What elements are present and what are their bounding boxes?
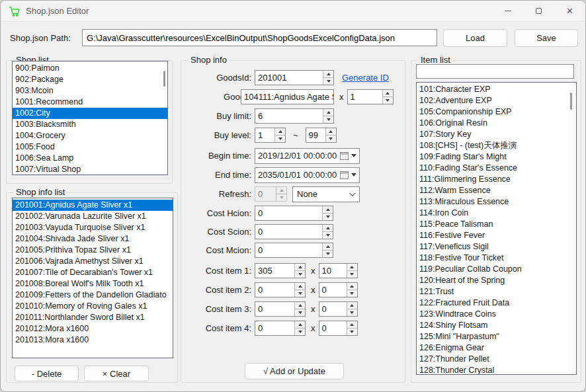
spin-up-button[interactable]: [347, 321, 357, 328]
refresh-mode-combobox[interactable]: None: [292, 186, 360, 202]
item-list-item[interactable]: 124:Shiny Flotsam: [417, 320, 576, 331]
shop-list-item[interactable]: 900:Paimon: [13, 63, 167, 74]
cost-item-4-id-spinner[interactable]: 0: [255, 321, 306, 336]
item-list-item[interactable]: 106:Original Resin: [417, 118, 576, 129]
shop-info-list-item[interactable]: 201005:Prithiva Topaz Sliver x1: [13, 245, 173, 256]
shop-list-item[interactable]: 1003:Blacksmith: [13, 119, 167, 130]
begin-time-picker[interactable]: 2019/12/01 00:00:00: [255, 148, 360, 164]
end-time-picker[interactable]: 2035/01/01 00:00:00: [255, 167, 360, 183]
item-list-item[interactable]: 110:Fading Star's Essence: [417, 163, 576, 174]
spin-down-button[interactable]: [347, 309, 357, 316]
save-button[interactable]: Save: [515, 29, 578, 47]
spin-down-button[interactable]: [323, 231, 333, 239]
item-listbox[interactable]: 101:Character EXP102:Adventure EXP105:Co…: [416, 82, 577, 375]
cost-item-1-count-spinner[interactable]: 10: [319, 263, 358, 278]
spin-up-button[interactable]: [326, 128, 336, 135]
shop-info-list-item[interactable]: 201004:Shivada Jade Sliver x1: [13, 233, 173, 245]
spin-down-button[interactable]: [275, 135, 285, 142]
spin-down-button[interactable]: [323, 250, 333, 257]
shop-list-item[interactable]: 1007:Virtual Shop: [13, 164, 167, 175]
spin-up-button[interactable]: [347, 302, 357, 309]
cost-scion-spinner[interactable]: 0: [255, 224, 333, 239]
item-list-item[interactable]: 108:[CHS] - (test)天体推演: [417, 140, 576, 151]
generate-id-link[interactable]: Generate ID: [342, 73, 389, 83]
spin-down-button[interactable]: [383, 97, 393, 104]
spin-up-button[interactable]: [295, 264, 305, 270]
item-list-item[interactable]: 101:Character EXP: [417, 84, 576, 95]
load-button[interactable]: Load: [443, 29, 507, 47]
spin-up-button[interactable]: [275, 128, 285, 135]
shop-info-list-item[interactable]: 201007:Tile of Decarabian's Tower x1: [13, 267, 173, 278]
shop-info-list-item[interactable]: 201006:Vajrada Amethyst Sliver x1: [13, 256, 173, 267]
shop-info-list-item[interactable]: 201003:Vayuda Turquoise Sliver x1: [13, 222, 173, 233]
clear-button[interactable]: × Clear: [84, 366, 149, 381]
shop-info-list-item[interactable]: 201011:Northlander Sword Billet x1: [13, 312, 173, 323]
shop-list-item[interactable]: 1004:Grocery: [13, 130, 167, 141]
cost-item-2-id-spinner[interactable]: 0: [255, 282, 306, 297]
item-list-item[interactable]: 125:Mini "Harpastum": [417, 331, 576, 342]
cost-item-1-id-spinner[interactable]: 305: [255, 263, 306, 278]
item-search-input[interactable]: [416, 64, 574, 79]
item-list-item[interactable]: 127:Thunder Pellet: [417, 354, 576, 365]
item-list-item[interactable]: 126:Enigma Gear: [417, 342, 576, 354]
spin-down-button[interactable]: [323, 77, 333, 85]
spin-up-button[interactable]: [323, 243, 333, 250]
item-list-item[interactable]: 105:Companionship EXP: [417, 106, 576, 118]
shop-info-list-item[interactable]: 201009:Fetters of the Dandelion Gladiato: [13, 290, 173, 301]
shop-info-list-item[interactable]: 201013:Mora x1600: [13, 334, 173, 346]
shop-info-list-item[interactable]: 201010:Memory of Roving Gales x1: [13, 301, 173, 312]
goods-combobox[interactable]: 104111:Agnidus Agate S: [241, 89, 334, 104]
item-list-item[interactable]: 116:Festive Fever: [417, 230, 576, 241]
spin-down-button[interactable]: [295, 270, 305, 278]
spin-down-button[interactable]: [347, 270, 357, 278]
spin-down-button[interactable]: [295, 328, 305, 335]
cost-item-2-count-spinner[interactable]: 0: [319, 282, 358, 297]
item-list-scrollbar-thumb[interactable]: [570, 93, 572, 110]
item-list-item[interactable]: 121:Trust: [417, 286, 576, 297]
shop-list-scrollbar[interactable]: [163, 71, 165, 87]
item-list-item[interactable]: 120:Heart of the Spring: [417, 275, 576, 286]
buy-level-max-spinner[interactable]: 99: [306, 128, 337, 143]
item-list-item[interactable]: 123:Windtrace Coins: [417, 309, 576, 320]
item-list-scrollbar-track[interactable]: [567, 83, 575, 373]
spin-up-button[interactable]: [295, 302, 305, 309]
item-list-item[interactable]: 115:Peace Talisman: [417, 219, 576, 230]
cost-hcion-spinner[interactable]: 0: [255, 206, 333, 221]
shop-listbox[interactable]: 900:Paimon902:Package903:Mcoin1001:Recom…: [12, 61, 168, 175]
minimize-button[interactable]: [492, 1, 523, 21]
spin-up-button[interactable]: [383, 90, 393, 97]
spin-up-button[interactable]: [323, 71, 333, 77]
spin-up-button[interactable]: [295, 321, 305, 328]
shop-info-list-item[interactable]: 201008:Boreal Wolf's Milk Tooth x1: [13, 278, 173, 290]
spin-up-button[interactable]: [323, 225, 333, 231]
spin-down-button[interactable]: [295, 290, 305, 297]
shop-info-list-item[interactable]: 201002:Varunada Lazurite Sliver x1: [13, 211, 173, 222]
shop-info-listbox[interactable]: 201001:Agnidus Agate Sliver x1201002:Var…: [12, 198, 173, 358]
spin-down-button[interactable]: [323, 213, 333, 220]
cost-item-4-count-spinner[interactable]: 0: [319, 321, 358, 336]
item-list-item[interactable]: 113:Miraculous Essence: [417, 196, 576, 208]
goods-count-spinner[interactable]: 1: [347, 89, 394, 104]
item-list-item[interactable]: 111:Glimmering Essence: [417, 174, 576, 185]
delete-button[interactable]: - Delete: [15, 366, 79, 381]
spin-up-button[interactable]: [347, 283, 357, 290]
spin-down-button[interactable]: [323, 116, 333, 123]
spin-up-button[interactable]: [347, 264, 357, 270]
buy-level-min-spinner[interactable]: 1: [255, 128, 286, 143]
add-or-update-button[interactable]: √ Add or Update: [245, 363, 344, 379]
item-list-item[interactable]: 109:Fading Star's Might: [417, 151, 576, 163]
item-list-item[interactable]: 102:Adventure EXP: [417, 95, 576, 106]
item-list-item[interactable]: 107:Story Key: [417, 129, 576, 140]
item-list-item[interactable]: 117:Veneficus Sigil: [417, 241, 576, 253]
shop-list-item[interactable]: 1005:Food: [13, 141, 167, 153]
spin-down-button[interactable]: [347, 290, 357, 297]
item-list-item[interactable]: 119:Peculiar Collab Coupon: [417, 264, 576, 275]
spin-down-button[interactable]: [326, 135, 336, 142]
item-list-item[interactable]: 128:Thunder Crystal: [417, 365, 576, 375]
shop-list-item[interactable]: 1001:Recommend: [13, 97, 167, 108]
cost-item-3-id-spinner[interactable]: 0: [255, 301, 306, 317]
item-list-item[interactable]: 112:Warm Essence: [417, 185, 576, 196]
shop-list-item[interactable]: 902:Package: [13, 74, 167, 85]
spin-up-button[interactable]: [323, 206, 333, 213]
spin-up-button[interactable]: [295, 283, 305, 290]
